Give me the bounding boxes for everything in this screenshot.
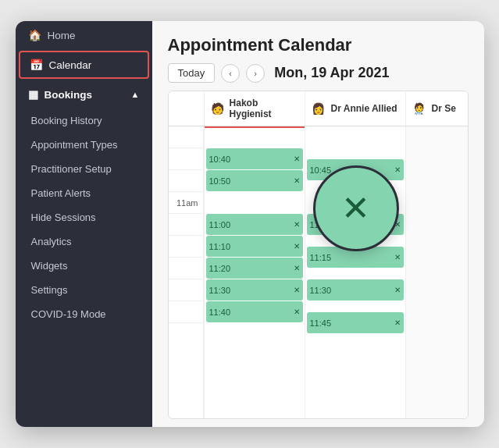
time-column: 11am [169,126,204,418]
prev-arrow-button[interactable]: ‹ [221,64,240,83]
appt-label: 11:00 [209,220,231,229]
sidebar-item-calendar[interactable]: 📅 Calendar [19,51,149,79]
sidebar-item-settings[interactable]: Settings [16,278,152,302]
close-icon[interactable]: ✕ [294,155,300,163]
hakob-appt-1040[interactable]: 10:40 ✕ [206,148,303,169]
settings-label: Settings [31,284,68,296]
appt-label: 11:15 [310,253,332,262]
annie-header-cell: 👩 Dr Annie Allied [305,91,405,126]
sidebar-item-booking-history[interactable]: Booking History [16,108,152,133]
drse-avatar: 🧑‍⚕️ [411,100,428,117]
close-icon[interactable]: ✕ [394,165,401,174]
magnify-close-icon: ✕ [341,191,370,226]
close-icon[interactable]: ✕ [294,308,300,316]
close-icon[interactable]: ✕ [294,220,300,229]
time-header-cell [169,91,204,126]
widgets-label: Widgets [31,260,68,272]
calendar-icon: 📅 [30,59,43,71]
sidebar: 🏠 Home 📅 Calendar ▦ Bookings ▲ Booking H… [16,21,152,427]
close-icon[interactable]: ✕ [294,242,300,251]
sidebar-item-analytics[interactable]: Analytics [16,229,152,254]
calendar-body: 11am 10:40 ✕ 10:50 [169,126,468,418]
hakob-appt-1130[interactable]: 11:30 ✕ [206,279,303,300]
today-button[interactable]: Today [168,63,216,83]
appt-label: 11:30 [209,286,231,295]
close-icon[interactable]: ✕ [294,264,300,272]
sidebar-item-widgets[interactable]: Widgets [16,254,152,278]
calendar-nav: Today ‹ › Mon, 19 Apr 2021 [152,63,484,91]
practitioner-setup-label: Practitioner Setup [31,163,112,175]
appt-label: 10:45 [310,165,332,175]
hakob-appt-1110[interactable]: 11:10 ✕ [206,236,303,257]
appt-label: 11:40 [209,308,231,317]
hakob-appt-1100[interactable]: 11:00 ✕ [206,214,303,235]
drse-name: Dr Se [432,103,456,114]
home-icon: 🏠 [28,29,41,41]
appt-label: 10:50 [209,176,231,186]
time-slot-1120 [169,258,203,279]
time-slot-1130 [169,279,203,301]
covid-mode-label: COVID-19 Mode [31,308,106,320]
close-icon[interactable]: ✕ [394,318,401,327]
appt-label: 11:10 [209,242,231,251]
drse-header-cell: 🧑‍⚕️ Dr Se [405,91,468,126]
hakob-avatar: 🧑 [209,100,226,117]
hakob-appt-1050[interactable]: 10:50 ✕ [206,170,303,191]
annie-appt-1130[interactable]: 11:30 ✕ [307,279,404,300]
hide-sessions-label: Hide Sessions [31,212,96,223]
sidebar-item-practitioner-setup[interactable]: Practitioner Setup [16,157,152,181]
time-slot-1050 [169,170,203,192]
hakob-column: 10:40 ✕ 10:50 ✕ 11:00 ✕ 11:10 ✕ [204,126,305,418]
calendar-header: 🧑 Hakob Hygienist 👩 Dr Annie Allied 🧑‍⚕️… [169,91,468,126]
close-icon[interactable]: ✕ [394,286,401,294]
appt-label: 11:45 [310,318,332,328]
patient-alerts-label: Patient Alerts [31,187,91,199]
page-title: Appointment Calendar [152,21,484,63]
annie-avatar: 👩 [310,100,327,117]
hakob-appt-1140[interactable]: 11:40 ✕ [206,301,303,322]
calendar-grid: 🧑 Hakob Hygienist 👩 Dr Annie Allied 🧑‍⚕️… [168,91,469,419]
time-slot-1100 [169,214,203,236]
appt-label: 10:40 [209,155,231,164]
appt-label: 11:20 [209,264,231,273]
sidebar-calendar-label: Calendar [49,59,92,71]
time-slot-1110 [169,236,203,258]
close-icon[interactable]: ✕ [394,253,401,261]
magnify-overlay: ✕ [313,165,399,251]
hakob-name: Hakob Hygienist [230,98,300,119]
sidebar-item-home[interactable]: 🏠 Home [16,21,152,49]
sidebar-home-label: Home [48,30,76,41]
sidebar-item-appointment-types[interactable]: Appointment Types [16,133,152,157]
next-arrow-button[interactable]: › [246,64,265,83]
time-slot-empty [169,126,203,148]
close-icon[interactable]: ✕ [294,176,300,185]
appt-label: 11:30 [310,286,332,295]
annie-name: Dr Annie Allied [331,103,397,114]
bookings-icon: ▦ [28,88,38,101]
time-slot-1140 [169,301,203,323]
sidebar-item-covid-mode[interactable]: COVID-19 Mode [16,302,152,326]
hakob-header-cell: 🧑 Hakob Hygienist [204,91,305,126]
current-time-line [205,126,305,128]
current-date-label: Mon, 19 Apr 2021 [274,65,389,81]
sidebar-bookings-label: Bookings [45,89,93,101]
app-container: 🏠 Home 📅 Calendar ▦ Bookings ▲ Booking H… [16,21,484,427]
analytics-label: Analytics [31,236,72,247]
drse-column [405,126,468,418]
hakob-appt-1120[interactable]: 11:20 ✕ [206,258,303,279]
time-slot-1040 [169,148,203,170]
annie-appt-1145[interactable]: 11:45 ✕ [307,312,404,333]
sidebar-item-patient-alerts[interactable]: Patient Alerts [16,181,152,205]
sidebar-section-bookings[interactable]: ▦ Bookings ▲ [16,80,152,108]
chevron-up-icon: ▲ [131,90,140,99]
sidebar-item-hide-sessions[interactable]: Hide Sessions [16,205,152,229]
close-icon[interactable]: ✕ [294,286,300,294]
booking-history-label: Booking History [31,115,102,126]
time-slot-11am: 11am [169,192,203,214]
main-content: Appointment Calendar Today ‹ › Mon, 19 A… [152,21,484,427]
annie-column: 10:45 ✕ 11:00 ✕ 11:15 ✕ 11:30 ✕ [305,126,405,418]
appointment-types-label: Appointment Types [31,139,118,151]
